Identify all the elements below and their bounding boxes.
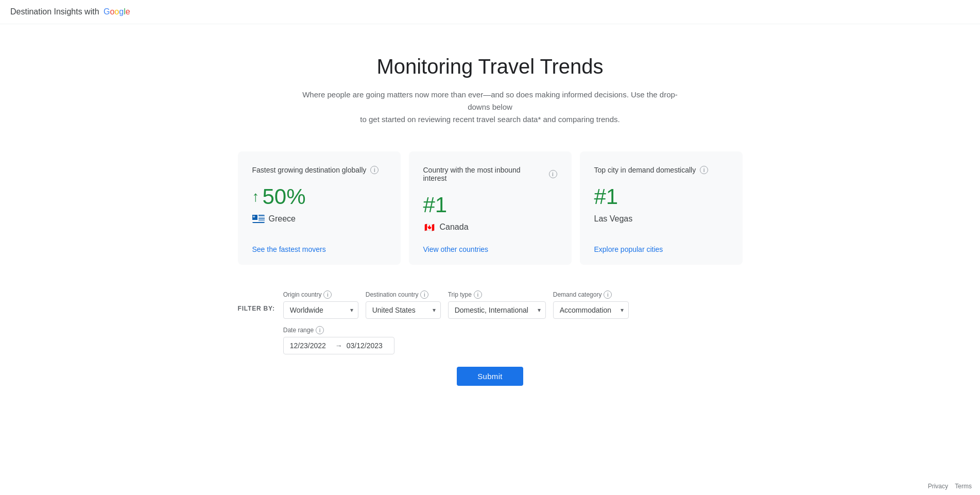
card-top-city: Top city in demand domestically i #1 Las… <box>580 151 743 265</box>
card-title-1: Fastest growing destination globally <box>252 166 367 174</box>
main-content: Monitoring Travel Trends Where people ar… <box>0 24 980 406</box>
location-name-3: Las Vegas <box>594 214 633 224</box>
date-range-wrapper: → <box>283 337 394 354</box>
destination-country-info-icon[interactable]: i <box>420 291 428 299</box>
card-metric-1: ↑ 50% <box>252 184 386 209</box>
g-letter-6: e <box>126 7 130 16</box>
card-header-1: Fastest growing destination globally i <box>252 166 386 174</box>
footer: Privacy Terms <box>923 483 972 490</box>
demand-category-info-icon[interactable]: i <box>604 291 612 299</box>
date-end-input[interactable] <box>347 342 388 350</box>
cards-row: Fastest growing destination globally i ↑… <box>238 151 743 265</box>
filter-controls: Origin country i Worldwide United States… <box>283 291 743 354</box>
origin-country-select[interactable]: Worldwide United States United Kingdom G… <box>283 301 358 319</box>
filter-by-label: FILTER BY: <box>238 291 275 312</box>
card-metric-2: #1 <box>423 193 557 217</box>
trip-type-select-wrapper: Domestic, International Domestic Interna… <box>448 301 546 319</box>
g-letter-3: o <box>114 7 119 16</box>
info-icon-1[interactable]: i <box>370 166 379 174</box>
google-logo: Google <box>104 7 130 16</box>
subtitle-line1: Where people are going matters now more … <box>302 90 678 111</box>
card-most-inbound: Country with the most inbound interest i… <box>409 151 572 265</box>
destination-country-group: Destination country i United States Worl… <box>366 291 441 319</box>
subtitle-line2: to get started on reviewing recent trave… <box>360 115 620 124</box>
destination-country-select[interactable]: United States Worldwide United Kingdom C… <box>366 301 441 319</box>
submit-button[interactable]: Submit <box>457 367 523 386</box>
date-range-group: Date range i → <box>283 326 394 354</box>
date-start-input[interactable] <box>290 342 331 350</box>
filter-section: FILTER BY: Origin country i Worldwide Un… <box>238 291 743 354</box>
flag-canada-icon: 🇨🇦 <box>423 223 436 231</box>
header-title-text: Destination Insights with <box>10 7 101 16</box>
header: Destination Insights with Google <box>0 0 980 24</box>
location-name-1: Greece <box>269 214 296 224</box>
metric-value-3: #1 <box>594 184 618 209</box>
origin-country-group: Origin country i Worldwide United States… <box>283 291 358 319</box>
destination-country-select-wrapper: United States Worldwide United Kingdom C… <box>366 301 441 319</box>
location-name-2: Canada <box>440 223 469 232</box>
metric-value-1: 50% <box>263 184 306 209</box>
g-letter-1: G <box>104 7 110 16</box>
demand-category-label: Demand category i <box>553 291 629 299</box>
destination-country-label: Destination country i <box>366 291 441 299</box>
arrow-up-icon: ↑ <box>252 189 260 205</box>
date-arrow-icon: → <box>335 342 342 350</box>
card-location-2: 🇨🇦 Canada <box>423 223 557 232</box>
header-title: Destination Insights with Google <box>10 7 130 16</box>
card-location-1: Greece <box>252 214 386 224</box>
page-subtitle: Where people are going matters now more … <box>295 89 686 126</box>
page-title: Monitoring Travel Trends <box>376 55 603 78</box>
card-metric-3: #1 <box>594 184 728 209</box>
card-header-2: Country with the most inbound interest i <box>423 166 557 182</box>
date-range-label: Date range i <box>283 326 394 334</box>
origin-country-label: Origin country i <box>283 291 358 299</box>
card-title-2: Country with the most inbound interest <box>423 166 545 182</box>
demand-category-group: Demand category i Accommodation Flights … <box>553 291 629 319</box>
trip-type-select[interactable]: Domestic, International Domestic Interna… <box>448 301 546 319</box>
card-title-3: Top city in demand domestically <box>594 166 696 174</box>
flag-greece-icon <box>252 215 265 223</box>
info-icon-2[interactable]: i <box>549 170 557 178</box>
trip-type-group: Trip type i Domestic, International Dome… <box>448 291 546 319</box>
trip-type-info-icon[interactable]: i <box>474 291 482 299</box>
terms-link[interactable]: Terms <box>955 483 972 490</box>
card-location-3: Las Vegas <box>594 214 728 224</box>
trip-type-label: Trip type i <box>448 291 546 299</box>
demand-category-select[interactable]: Accommodation Flights Car rental <box>553 301 629 319</box>
info-icon-3[interactable]: i <box>700 166 708 174</box>
view-other-countries-link[interactable]: View other countries <box>423 245 557 253</box>
card-fastest-growing: Fastest growing destination globally i ↑… <box>238 151 401 265</box>
metric-value-2: #1 <box>423 193 448 217</box>
fastest-movers-link[interactable]: See the fastest movers <box>252 245 386 253</box>
submit-row: Submit <box>238 367 743 386</box>
g-letter-4: g <box>119 7 124 16</box>
origin-country-select-wrapper: Worldwide United States United Kingdom G… <box>283 301 358 319</box>
date-range-info-icon[interactable]: i <box>316 326 324 334</box>
card-header-3: Top city in demand domestically i <box>594 166 728 174</box>
explore-popular-cities-link[interactable]: Explore popular cities <box>594 245 728 253</box>
privacy-link[interactable]: Privacy <box>928 483 948 490</box>
origin-country-info-icon[interactable]: i <box>323 291 332 299</box>
g-letter-2: o <box>110 7 114 16</box>
demand-category-select-wrapper: Accommodation Flights Car rental ▾ <box>553 301 629 319</box>
